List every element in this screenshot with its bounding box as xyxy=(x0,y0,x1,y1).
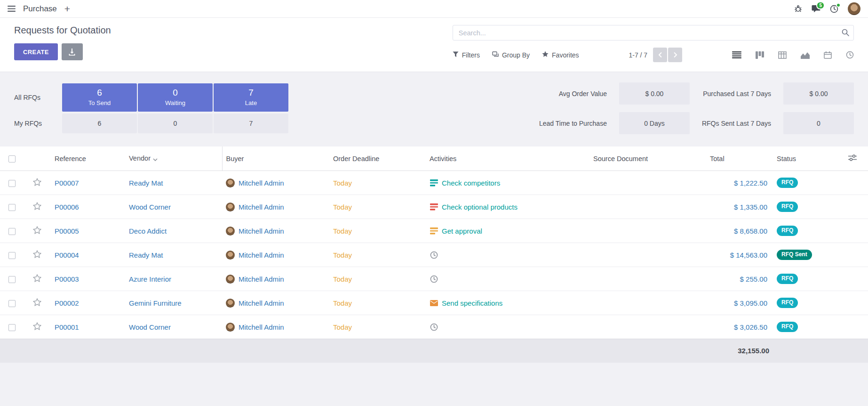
messages-icon[interactable]: 5 xyxy=(812,5,820,13)
buyer-link[interactable]: Mitchell Admin xyxy=(239,203,284,211)
vendor-link[interactable]: Deco Addict xyxy=(129,227,167,235)
table-row[interactable]: P00005 Deco Addict Mitchell Admin Today … xyxy=(0,219,868,243)
favorites-button[interactable]: Favorites xyxy=(542,51,579,59)
kpi-tile-late[interactable]: 7 Late xyxy=(214,83,288,112)
pager-next-button[interactable] xyxy=(668,48,682,62)
buyer-link[interactable]: Mitchell Admin xyxy=(239,179,284,187)
column-header-total[interactable]: Total xyxy=(706,146,773,171)
reference-link[interactable]: P00003 xyxy=(55,275,79,283)
filters-button[interactable]: Filters xyxy=(453,51,480,59)
activity-icon[interactable] xyxy=(430,275,438,283)
order-deadline: Today xyxy=(333,299,352,307)
activities-clock-icon[interactable] xyxy=(830,5,838,13)
reference-link[interactable]: P00007 xyxy=(55,179,79,187)
my-rfqs-late[interactable]: 7 xyxy=(214,114,288,133)
activity-link[interactable]: Get approval xyxy=(442,227,482,235)
favorite-star-icon[interactable] xyxy=(33,298,41,306)
plus-icon[interactable]: + xyxy=(64,4,70,14)
column-header-order-deadline[interactable]: Order Deadline xyxy=(329,146,426,171)
vendor-link[interactable]: Wood Corner xyxy=(129,323,171,331)
search-input[interactable] xyxy=(453,25,854,41)
stat-value-avg-order-value[interactable]: $ 0.00 xyxy=(619,82,690,105)
column-header-vendor[interactable]: Vendor xyxy=(125,146,222,171)
my-rfqs-filter[interactable]: My RFQs xyxy=(14,114,61,133)
table-row[interactable]: P00002 Gemini Furniture Mitchell Admin T… xyxy=(0,291,868,315)
view-pivot-icon[interactable] xyxy=(778,51,787,59)
buyer-link[interactable]: Mitchell Admin xyxy=(239,323,284,331)
user-avatar[interactable] xyxy=(848,2,860,15)
view-kanban-icon[interactable] xyxy=(756,51,764,59)
view-calendar-icon[interactable] xyxy=(824,51,832,59)
search-icon[interactable] xyxy=(842,29,849,38)
export-button[interactable] xyxy=(62,43,83,60)
stat-value-lead-time[interactable]: 0 Days xyxy=(619,112,690,134)
column-header-status[interactable]: Status xyxy=(773,146,844,171)
favorite-star-icon[interactable] xyxy=(33,202,41,210)
kpi-tile-to-send[interactable]: 6 To Send xyxy=(62,83,137,112)
favorite-star-icon[interactable] xyxy=(33,226,41,234)
select-all-checkbox[interactable] xyxy=(8,155,16,162)
menu-hamburger-icon[interactable] xyxy=(8,6,16,12)
vendor-link[interactable]: Azure Interior xyxy=(129,275,171,283)
row-checkbox[interactable] xyxy=(8,324,16,331)
reference-link[interactable]: P00004 xyxy=(55,251,79,259)
column-header-source-document[interactable]: Source Document xyxy=(589,146,706,171)
my-rfqs-to-send[interactable]: 6 xyxy=(62,114,137,133)
optional-columns-icon[interactable] xyxy=(848,155,857,162)
table-row[interactable]: P00007 Ready Mat Mitchell Admin Today Ch… xyxy=(0,171,868,195)
activity-link[interactable]: Check competitors xyxy=(442,179,500,187)
favorite-star-icon[interactable] xyxy=(33,322,41,330)
favorite-star-icon[interactable] xyxy=(33,178,41,186)
all-rfqs-filter[interactable]: All RFQs xyxy=(14,83,61,112)
buyer-link[interactable]: Mitchell Admin xyxy=(239,227,284,235)
my-rfqs-waiting[interactable]: 0 xyxy=(138,114,213,133)
row-checkbox[interactable] xyxy=(8,228,16,235)
view-list-icon[interactable] xyxy=(732,51,741,58)
table-row[interactable]: P00004 Ready Mat Mitchell Admin Today $ … xyxy=(0,243,868,267)
vendor-link[interactable]: Ready Mat xyxy=(129,179,163,187)
vendor-link[interactable]: Gemini Furniture xyxy=(129,299,182,307)
activity-link[interactable]: Send specifications xyxy=(442,299,502,307)
favorite-star-icon[interactable] xyxy=(33,250,41,258)
column-header-reference[interactable]: Reference xyxy=(51,146,125,171)
stat-value-purchased-last-7-days[interactable]: $ 0.00 xyxy=(783,82,854,105)
reference-link[interactable]: P00001 xyxy=(55,323,79,331)
buyer-link[interactable]: Mitchell Admin xyxy=(239,251,284,259)
row-checkbox[interactable] xyxy=(8,204,16,211)
buyer-link[interactable]: Mitchell Admin xyxy=(239,299,284,307)
activity-link[interactable]: Check optional products xyxy=(442,203,518,211)
activity-icon[interactable] xyxy=(430,251,438,259)
activity-icon[interactable] xyxy=(430,323,438,331)
group-by-button[interactable]: Group By xyxy=(492,51,530,59)
kpi-tile-waiting[interactable]: 0 Waiting xyxy=(138,83,213,112)
activity-icon[interactable] xyxy=(430,227,438,235)
breadcrumb: Requests for Quotation xyxy=(14,25,111,36)
row-checkbox[interactable] xyxy=(8,252,16,259)
source-document xyxy=(589,267,706,291)
vendor-link[interactable]: Ready Mat xyxy=(129,251,163,259)
row-checkbox[interactable] xyxy=(8,300,16,307)
row-checkbox[interactable] xyxy=(8,180,16,187)
activity-icon[interactable] xyxy=(430,203,438,211)
view-activity-icon[interactable] xyxy=(846,51,854,59)
view-graph-icon[interactable] xyxy=(801,51,810,59)
column-header-activities[interactable]: Activities xyxy=(426,146,589,171)
reference-link[interactable]: P00005 xyxy=(55,227,79,235)
app-name[interactable]: Purchase xyxy=(23,4,57,14)
create-button[interactable]: CREATE xyxy=(14,43,58,60)
row-checkbox[interactable] xyxy=(8,276,16,283)
table-row[interactable]: P00003 Azure Interior Mitchell Admin Tod… xyxy=(0,267,868,291)
activity-icon[interactable] xyxy=(430,179,438,187)
table-row[interactable]: P00001 Wood Corner Mitchell Admin Today … xyxy=(0,315,868,339)
buyer-link[interactable]: Mitchell Admin xyxy=(239,275,284,283)
reference-link[interactable]: P00002 xyxy=(55,299,79,307)
stat-value-rfqs-sent-last-7-days[interactable]: 0 xyxy=(783,112,854,134)
debug-bug-icon[interactable] xyxy=(794,5,802,13)
vendor-link[interactable]: Wood Corner xyxy=(129,203,171,211)
pager-previous-button[interactable] xyxy=(653,48,667,62)
column-header-buyer[interactable]: Buyer xyxy=(222,146,329,171)
activity-icon[interactable] xyxy=(430,300,438,306)
reference-link[interactable]: P00006 xyxy=(55,203,79,211)
favorite-star-icon[interactable] xyxy=(33,274,41,282)
table-row[interactable]: P00006 Wood Corner Mitchell Admin Today … xyxy=(0,195,868,219)
